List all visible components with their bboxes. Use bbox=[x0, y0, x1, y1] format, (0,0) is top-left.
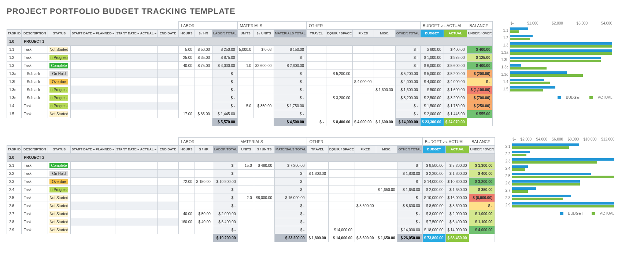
cell-misc[interactable] bbox=[376, 162, 397, 170]
cell-units[interactable] bbox=[237, 86, 253, 94]
cell-budget[interactable]: $ 500.00 bbox=[420, 86, 444, 94]
cell-unit-cost[interactable] bbox=[254, 210, 275, 218]
cell-travel[interactable] bbox=[306, 102, 326, 110]
cell-fixed[interactable] bbox=[353, 110, 374, 118]
cell-start-actual[interactable] bbox=[115, 162, 158, 170]
cell-fixed[interactable] bbox=[353, 62, 374, 70]
cell-travel[interactable] bbox=[307, 210, 328, 218]
cell-task-id[interactable]: 1.5 bbox=[7, 110, 22, 118]
cell-budget[interactable]: $ 5,000.00 bbox=[420, 70, 444, 78]
cell-start-planned[interactable] bbox=[71, 54, 115, 62]
cell-end-date[interactable] bbox=[157, 86, 178, 94]
cell-units[interactable]: 5,000.0 bbox=[237, 46, 253, 54]
cell-unit-cost[interactable] bbox=[253, 78, 274, 86]
cell-units[interactable] bbox=[238, 202, 254, 210]
cell-unit-cost[interactable] bbox=[253, 94, 274, 102]
cell-fixed[interactable] bbox=[353, 70, 374, 78]
cell-unit-cost[interactable] bbox=[254, 202, 275, 210]
cell-travel[interactable] bbox=[307, 194, 328, 202]
cell-status[interactable]: In Progress bbox=[48, 86, 71, 94]
cell-start-actual[interactable] bbox=[115, 110, 158, 118]
cell-budget[interactable]: $ 14,000.00 bbox=[422, 178, 446, 186]
cell-hours[interactable] bbox=[178, 194, 195, 202]
cell-units[interactable] bbox=[238, 210, 254, 218]
cell-rate[interactable] bbox=[195, 202, 213, 210]
cell-start-actual[interactable] bbox=[115, 226, 158, 234]
cell-status[interactable]: Complete bbox=[48, 62, 71, 70]
cell-task-id[interactable]: 2.4 bbox=[7, 186, 22, 194]
cell-travel[interactable] bbox=[306, 94, 326, 102]
cell-travel[interactable] bbox=[307, 186, 328, 194]
cell-start-actual[interactable] bbox=[115, 202, 158, 210]
cell-rate[interactable] bbox=[195, 226, 213, 234]
cell-task-id[interactable]: 1.3c bbox=[7, 86, 22, 94]
cell-rate[interactable] bbox=[195, 86, 212, 94]
cell-task-id[interactable]: 2.5 bbox=[7, 194, 22, 202]
cell-rate[interactable]: $ 35.00 bbox=[195, 54, 212, 62]
cell-end-date[interactable] bbox=[157, 170, 178, 178]
cell-task-id[interactable]: 2.7 bbox=[7, 210, 22, 218]
cell-rate[interactable] bbox=[195, 162, 213, 170]
cell-start-planned[interactable] bbox=[71, 218, 115, 226]
cell-start-planned[interactable] bbox=[71, 62, 115, 70]
cell-fixed[interactable] bbox=[355, 162, 376, 170]
cell-units[interactable]: 15.0 bbox=[238, 162, 254, 170]
cell-status[interactable]: In Progress bbox=[48, 94, 71, 102]
cell-equip[interactable] bbox=[326, 102, 352, 110]
cell-unit-cost[interactable]: $ 0.03 bbox=[253, 46, 274, 54]
cell-start-planned[interactable] bbox=[71, 226, 115, 234]
cell-equip[interactable] bbox=[328, 170, 355, 178]
cell-fixed[interactable] bbox=[355, 218, 376, 226]
cell-budget[interactable]: $ 1,500.00 bbox=[420, 102, 444, 110]
cell-end-date[interactable] bbox=[157, 202, 178, 210]
cell-budget[interactable]: $ 7,500.00 bbox=[422, 218, 446, 226]
cell-end-date[interactable] bbox=[157, 178, 178, 186]
cell-description[interactable]: Task bbox=[22, 162, 48, 170]
cell-equip[interactable]: $14,000.00 bbox=[328, 226, 355, 234]
cell-start-actual[interactable] bbox=[115, 194, 158, 202]
cell-description[interactable]: Task bbox=[22, 102, 48, 110]
cell-misc[interactable] bbox=[376, 210, 397, 218]
cell-start-planned[interactable] bbox=[71, 194, 115, 202]
cell-task-id[interactable]: 1.4 bbox=[7, 102, 22, 110]
cell-fixed[interactable] bbox=[353, 94, 374, 102]
cell-status[interactable]: Not Started bbox=[48, 110, 71, 118]
cell-end-date[interactable] bbox=[157, 186, 178, 194]
cell-equip[interactable]: $ 5,200.00 bbox=[326, 70, 352, 78]
cell-start-planned[interactable] bbox=[71, 94, 115, 102]
cell-hours[interactable]: 25.00 bbox=[178, 54, 195, 62]
cell-fixed[interactable] bbox=[355, 170, 376, 178]
cell-misc[interactable] bbox=[374, 110, 395, 118]
cell-description[interactable]: Subtask bbox=[22, 94, 48, 102]
cell-start-planned[interactable] bbox=[71, 162, 115, 170]
cell-description[interactable]: Task bbox=[22, 110, 48, 118]
cell-hours[interactable] bbox=[178, 186, 195, 194]
cell-travel[interactable] bbox=[307, 178, 328, 186]
cell-misc[interactable] bbox=[376, 226, 397, 234]
cell-fixed[interactable] bbox=[353, 102, 374, 110]
cell-rate[interactable]: $ 40.00 bbox=[195, 218, 213, 226]
cell-start-planned[interactable] bbox=[71, 110, 115, 118]
cell-budget[interactable]: $ 8,600.00 bbox=[422, 202, 446, 210]
cell-hours[interactable] bbox=[178, 162, 195, 170]
cell-unit-cost[interactable]: $ 350.00 bbox=[253, 102, 274, 110]
cell-misc[interactable] bbox=[374, 78, 395, 86]
cell-task-id[interactable]: 1.3a bbox=[7, 70, 22, 78]
cell-status[interactable]: Complete bbox=[48, 162, 71, 170]
cell-travel[interactable] bbox=[307, 162, 328, 170]
cell-end-date[interactable] bbox=[157, 78, 178, 86]
cell-units[interactable] bbox=[237, 94, 253, 102]
cell-equip[interactable] bbox=[328, 202, 355, 210]
cell-hours[interactable]: 40.00 bbox=[178, 210, 195, 218]
cell-status[interactable]: Not Started bbox=[48, 226, 71, 234]
cell-misc[interactable] bbox=[376, 218, 397, 226]
cell-misc[interactable] bbox=[374, 94, 395, 102]
cell-fixed[interactable] bbox=[353, 46, 374, 54]
cell-task-id[interactable]: 1.3 bbox=[7, 62, 22, 70]
cell-rate[interactable]: $ 50.00 bbox=[195, 210, 213, 218]
cell-end-date[interactable] bbox=[157, 46, 178, 54]
cell-travel[interactable] bbox=[306, 110, 326, 118]
cell-status[interactable]: Overdue bbox=[48, 178, 71, 186]
cell-task-id[interactable]: 1.1 bbox=[7, 46, 22, 54]
cell-misc[interactable] bbox=[374, 54, 395, 62]
